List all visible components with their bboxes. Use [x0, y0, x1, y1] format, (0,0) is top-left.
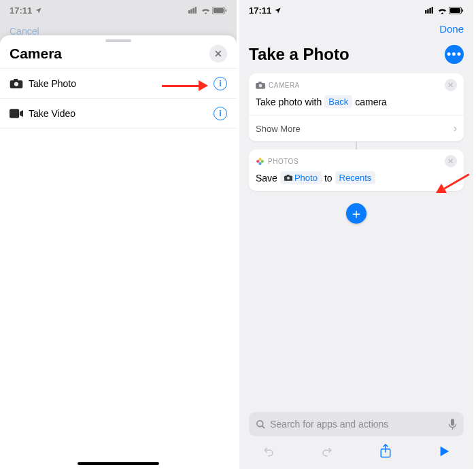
svg-point-27 — [287, 177, 290, 179]
svg-point-24 — [256, 160, 259, 162]
camera-action-card[interactable]: CAMERA ✕ Take photo with Back camera Sho… — [249, 73, 464, 141]
svg-rect-30 — [451, 419, 454, 425]
sheet-title: Camera — [10, 46, 62, 62]
show-more-label: Show More — [256, 124, 301, 134]
info-button[interactable]: i — [214, 107, 227, 120]
share-button[interactable] — [375, 441, 396, 462]
svg-rect-3 — [195, 7, 197, 14]
redo-button[interactable] — [317, 441, 337, 462]
svg-point-22 — [261, 160, 264, 162]
close-icon: ✕ — [447, 81, 454, 90]
search-input[interactable]: Search for apps and actions — [249, 412, 464, 436]
shortcut-title[interactable]: Take a Photo — [249, 45, 350, 64]
close-icon: ✕ — [447, 157, 454, 166]
svg-rect-6 — [225, 9, 226, 11]
svg-rect-16 — [450, 8, 460, 13]
photo-variable-pill[interactable]: Photo — [280, 171, 322, 184]
status-bar: 17:11 — [0, 0, 237, 20]
svg-rect-19 — [258, 82, 262, 83]
svg-line-29 — [262, 425, 265, 428]
svg-rect-13 — [429, 8, 430, 14]
action-label: Take Video — [29, 108, 75, 119]
svg-point-20 — [259, 84, 262, 87]
svg-point-9 — [14, 82, 18, 86]
status-indicators — [425, 7, 464, 14]
workflow-connector — [356, 141, 357, 150]
editor-toolbar — [239, 439, 473, 464]
action-label: Take Photo — [29, 78, 76, 89]
svg-rect-12 — [427, 9, 428, 13]
section-label: PHOTOS — [268, 158, 299, 165]
action-take-video[interactable]: Take Video i — [0, 99, 237, 128]
svg-rect-14 — [432, 7, 433, 14]
close-icon: ✕ — [214, 48, 222, 59]
search-placeholder: Search for apps and actions — [270, 419, 388, 430]
remove-action-button[interactable]: ✕ — [445, 79, 457, 91]
svg-rect-11 — [425, 10, 426, 14]
plus-icon: ＋ — [350, 205, 363, 223]
camera-app-icon — [256, 82, 265, 89]
done-button[interactable]: Done — [439, 23, 464, 35]
svg-rect-26 — [286, 175, 289, 176]
camera-sheet: Camera ✕ Take Photo i Take Vide — [0, 35, 237, 469]
svg-rect-0 — [188, 10, 190, 14]
run-button[interactable] — [434, 441, 454, 462]
svg-rect-17 — [462, 9, 463, 11]
search-icon — [256, 419, 266, 430]
undo-button[interactable] — [258, 441, 279, 462]
status-time: 17:11 — [249, 5, 271, 16]
svg-rect-5 — [214, 8, 224, 13]
action-text: Save — [256, 173, 277, 184]
album-parameter-pill[interactable]: Recents — [335, 171, 376, 184]
location-icon — [274, 7, 282, 14]
camera-parameter-pill[interactable]: Back — [324, 95, 352, 108]
mic-icon[interactable] — [448, 419, 457, 430]
home-indicator[interactable] — [78, 462, 159, 465]
svg-point-21 — [258, 158, 261, 160]
svg-rect-1 — [190, 9, 192, 13]
action-text: camera — [355, 97, 387, 107]
svg-point-28 — [257, 420, 263, 426]
status-time: 17:11 — [10, 5, 32, 16]
svg-point-23 — [258, 162, 261, 164]
shortcut-menu-button[interactable]: ••• — [445, 45, 464, 64]
variable-label: Photo — [294, 173, 318, 183]
svg-rect-8 — [14, 79, 18, 81]
location-icon — [35, 7, 42, 14]
status-indicators — [188, 7, 227, 14]
action-text: Take photo with — [256, 97, 322, 107]
section-label: CAMERA — [269, 82, 300, 89]
svg-rect-2 — [192, 8, 194, 14]
chevron-right-icon: › — [454, 122, 457, 135]
photos-app-icon — [256, 157, 265, 166]
ellipsis-icon: ••• — [447, 48, 462, 62]
action-text: to — [324, 173, 333, 184]
camera-icon — [284, 175, 292, 181]
tutorial-arrow — [162, 80, 211, 91]
info-button[interactable]: i — [214, 77, 227, 90]
close-sheet-button[interactable]: ✕ — [209, 45, 227, 63]
svg-rect-10 — [10, 109, 19, 118]
video-icon — [10, 109, 29, 118]
camera-icon — [10, 79, 29, 88]
show-more-row[interactable]: Show More › — [249, 115, 464, 141]
add-action-button[interactable]: ＋ — [346, 203, 367, 224]
status-bar: 17:11 — [239, 0, 473, 20]
photos-action-card[interactable]: PHOTOS ✕ Save Photo to Recents — [249, 150, 464, 191]
remove-action-button[interactable]: ✕ — [445, 155, 457, 167]
